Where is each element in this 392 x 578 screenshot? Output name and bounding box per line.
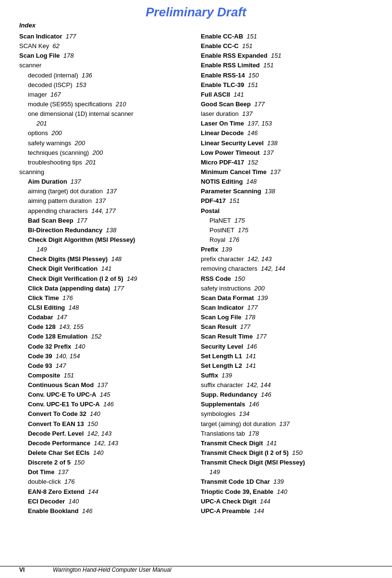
entry-page: 137 [54, 468, 68, 476]
entry-page: 137 [267, 168, 281, 176]
index-entry: 201 [19, 119, 191, 128]
entry-text: CLSI Editing [28, 304, 65, 311]
index-entry: Enable CC-C 151 [201, 41, 373, 51]
entry-text: Codabar [28, 314, 53, 321]
page-title: Preliminary Draft [0, 0, 392, 22]
entry-text: removing characters [201, 265, 257, 272]
index-entry: PlaNET 175 [201, 216, 373, 226]
entry-text: Enable RSS-14 [201, 72, 245, 79]
entry-page: 146 [100, 401, 114, 408]
index-entry: UPC-A Check Digit 144 [201, 497, 373, 506]
footer-title: Warrington Hand-Held Computer User Manua… [53, 566, 172, 573]
entry-text: Low Power Timeout [201, 149, 260, 156]
entry-text: Laser On Time [201, 120, 244, 127]
index-entry: one dimensional (1D) internal scanner [19, 109, 191, 119]
entry-text: Bi-Direction Redundancy [28, 226, 102, 234]
entry-text: Decode Perf. Level [28, 430, 84, 437]
entry-text: Composite [28, 372, 60, 379]
entry-page: 150 [84, 420, 98, 427]
index-entry: decoded (ISCP) 153 [19, 80, 191, 90]
entry-text: UPC-A Preamble [201, 507, 250, 515]
entry-page: 137 [92, 197, 106, 204]
index-entry: Enable RSS-14 150 [201, 71, 373, 80]
entry-page: 145 [97, 391, 110, 398]
index-label: Index [0, 22, 392, 29]
entry-page: 148 [243, 178, 257, 185]
entry-text: scanner [19, 62, 41, 69]
entry-page: 143, 155 [56, 323, 84, 330]
index-entry: Transmit Check Digit 141 [201, 439, 373, 448]
index-entry: Low Power Timeout 137 [201, 148, 373, 158]
entry-page: 138 [264, 139, 278, 147]
index-entry: SCAN Key 62 [19, 41, 191, 51]
entry-text: troubleshooting tips [28, 159, 82, 166]
index-entry: double-click 176 [19, 477, 191, 487]
index-entry: Trioptic Code 39, Enable 140 [201, 487, 373, 497]
entry-text: Enable TLC-39 [201, 81, 244, 88]
entry-page: 139 [218, 372, 232, 379]
entry-page: 140 [86, 410, 100, 417]
entry-page: 151 [243, 33, 257, 40]
content-area: Scan Indicator 177SCAN Key 62Scan Log Fi… [0, 32, 392, 516]
entry-page: 177 [251, 101, 265, 108]
index-entry: Prefix 139 [201, 245, 373, 254]
index-entry: Dot Time 137 [19, 467, 191, 477]
index-entry: Transmit Check Digit (I 2 of 5) 150 [201, 448, 373, 458]
entry-text: Trioptic Code 39, Enable [201, 488, 273, 495]
entry-text: suffix character [201, 381, 243, 389]
index-entry: Click Data (appending data) 177 [19, 284, 191, 293]
entry-text: Dot Time [28, 468, 54, 476]
index-entry: Set Length L1 141 [201, 352, 373, 361]
index-entry: PostNET 175 [201, 226, 373, 235]
entry-text: RSS Code [201, 275, 231, 282]
entry-page: 149 [123, 275, 137, 282]
index-entry: safety instructions 200 [201, 284, 373, 293]
entry-page: 178 [242, 314, 256, 321]
index-entry: Enable CC-AB 151 [201, 32, 373, 41]
index-entry: Enable RSS Expanded 151 [201, 51, 373, 61]
entry-text: prefix character [201, 255, 244, 263]
entry-text: Scan Indicator [19, 33, 62, 40]
entry-text: Transmit Code 1D Char [201, 478, 270, 485]
entry-text: Click Data (appending data) [28, 285, 110, 292]
entry-text: NOTIS Editing [201, 178, 243, 185]
index-entry: Enable RSS Limited 151 [201, 61, 373, 70]
entry-page: 140 [71, 343, 85, 350]
entry-page: 150 [245, 72, 259, 79]
entry-text: Translations tab [201, 430, 245, 437]
entry-text: safety warnings [28, 139, 71, 147]
entry-text: Convert To Code 32 [28, 410, 86, 417]
index-entry: Code 128 143, 155 [19, 322, 191, 332]
entry-text: Transmit Check Digit [201, 440, 263, 447]
entry-page: 137 [239, 110, 253, 117]
entry-page: 146 [245, 401, 259, 408]
index-entry: Check Digits (MSI Plessey) 148 [19, 254, 191, 264]
entry-page: 141 [263, 440, 277, 447]
index-entry: Bi-Direction Redundancy 138 [19, 226, 191, 235]
index-entry: Delete Char Set ECIs 140 [19, 448, 191, 458]
entry-text: Scan Log File [201, 314, 242, 321]
entry-text: Full ASCII [201, 91, 230, 98]
index-entry: Transmit Check Digit (MSI Plessey) [201, 458, 373, 467]
entry-page: 144 [250, 507, 264, 515]
index-entry: safety warnings 200 [19, 138, 191, 148]
index-entry: Code 128 Emulation 152 [19, 332, 191, 341]
entry-text: Check Digit Verification (I 2 of 5) [28, 275, 123, 282]
entry-page: 152 [244, 159, 258, 166]
index-entry: Micro PDF-417 152 [201, 158, 373, 167]
entry-page: 210 [112, 101, 126, 108]
entry-page: 148 [108, 255, 122, 263]
index-entry: symbologies 134 [201, 409, 373, 419]
index-entry: Scan Log File 178 [201, 313, 373, 322]
entry-page: 200 [71, 139, 85, 147]
index-entry: RSS Code 150 [201, 274, 373, 284]
entry-page: 201 [82, 159, 96, 166]
index-entry: Scan Result Time 177 [201, 332, 373, 341]
entry-text: Transmit Check Digit (MSI Plessey) [201, 459, 305, 466]
entry-page: 200 [89, 149, 103, 156]
entry-text: Enable RSS Expanded [201, 52, 268, 59]
index-entry: Linear Security Level 138 [201, 138, 373, 148]
entry-page: 147 [53, 314, 67, 321]
entry-page: 146 [257, 391, 271, 398]
entry-page: 150 [71, 459, 85, 466]
